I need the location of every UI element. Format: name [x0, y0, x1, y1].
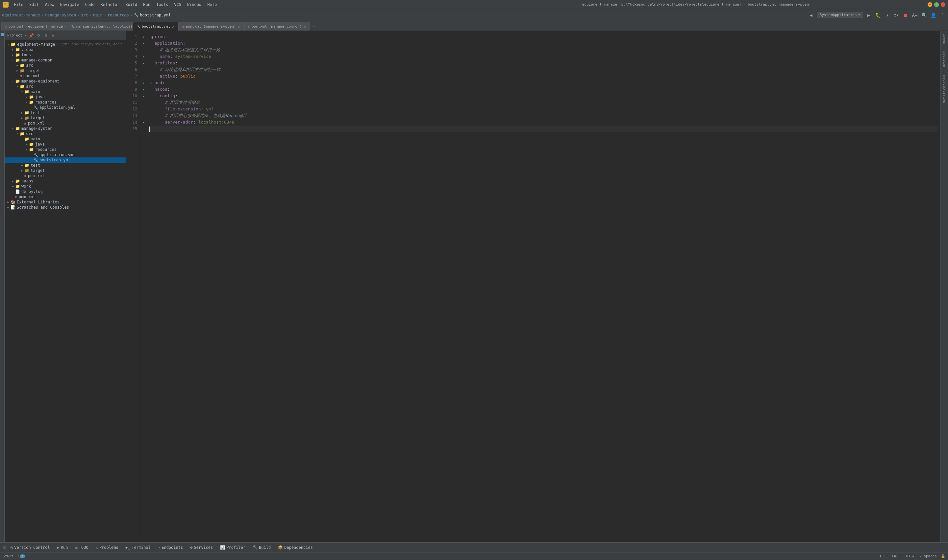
system-application-btn[interactable]: SystemApplication ▾: [817, 12, 863, 18]
collapse-icon[interactable]: ⊟: [43, 32, 49, 38]
maximize-button[interactable]: □: [934, 2, 939, 7]
tree-item-java-system[interactable]: ▶ 📁 java: [5, 142, 126, 147]
tree-item-manage-equipment[interactable]: ▾ 📁 manage-equipment: [5, 78, 126, 84]
tree-item-src-equipment[interactable]: ▾ 📁 src: [5, 84, 126, 89]
breadcrumb-manage-system[interactable]: manage-system: [45, 13, 76, 17]
fold-marker-4[interactable]: ▾: [140, 53, 147, 60]
tree-item-src-common[interactable]: ▶ 📁 src: [5, 63, 126, 68]
dependencies-btn[interactable]: 📦 Dependencies: [275, 544, 316, 551]
stop-icon[interactable]: ■: [902, 11, 909, 19]
git-icon[interactable]: 2: [939, 11, 946, 19]
problems-btn[interactable]: ⚠ Problems: [93, 544, 122, 551]
line-ending-status[interactable]: CRLF: [892, 554, 901, 558]
menu-refactor[interactable]: Refactor: [98, 2, 122, 8]
tree-item-pom-root[interactable]: ▶ m pom.xml: [5, 194, 126, 200]
fold-marker-14[interactable]: ▾: [140, 119, 147, 126]
tree-item-derby-log[interactable]: ▶ 📄 derby.log: [5, 189, 126, 194]
back-icon[interactable]: ◀: [807, 11, 815, 19]
tab-pom-equipment[interactable]: m pom.xml (equipment-manage) ✕: [1, 22, 67, 31]
tree-item-java-equipment[interactable]: ▶ 📁 java: [5, 94, 126, 100]
tree-item-scratches[interactable]: ▶ 📝 Scratches and Consoles: [5, 205, 126, 210]
tree-item-test-equipment[interactable]: ▶ 📁 test: [5, 110, 126, 115]
menu-navigate[interactable]: Navigate: [57, 2, 82, 8]
tree-item-src-system[interactable]: ▾ 📁 src: [5, 131, 126, 136]
tree-item-nacos[interactable]: ▶ 📁 nacos: [5, 178, 126, 184]
avatar-icon[interactable]: 👤: [929, 11, 937, 19]
services-btn[interactable]: ⚙ Services: [187, 544, 216, 551]
project-icon[interactable]: [1, 33, 4, 36]
fold-marker-5[interactable]: ▾: [140, 60, 147, 66]
tree-item-manage-system[interactable]: ▾ 📁 manage-system: [5, 126, 126, 131]
tab-more-btn[interactable]: ⋯: [311, 23, 317, 31]
tree-item-pom-system[interactable]: ▶ m pom.xml: [5, 173, 126, 178]
tab-pom-system-close[interactable]: ✕: [237, 24, 241, 29]
indent-status[interactable]: 2 spaces: [919, 554, 937, 558]
menu-code[interactable]: Code: [83, 2, 97, 8]
pin-tab-icon[interactable]: 📌: [29, 32, 34, 38]
tree-item-idea[interactable]: ▶ 📁 .idea: [5, 47, 126, 52]
tree-item-target-equipment[interactable]: ▶ 📁 target: [5, 115, 126, 121]
git-status[interactable]: ⎇ Git: [3, 554, 14, 558]
readonly-status[interactable]: 🔒: [941, 554, 945, 558]
tree-item-target-common[interactable]: ▶ 📁 target: [5, 68, 126, 73]
fold-marker-1[interactable]: ▾: [140, 34, 147, 40]
breadcrumb-resources[interactable]: resources: [108, 13, 129, 17]
tree-item-bootstrap[interactable]: ▶ 🔧 bootstrap.yml: [5, 157, 126, 163]
tree-item-equipment-manage[interactable]: ▾ 📁 equipment-manage D:\YhcResource\myPr…: [5, 42, 126, 47]
breadcrumb-main[interactable]: main: [93, 13, 103, 17]
encoding-status[interactable]: UTF-8: [905, 554, 916, 558]
tree-item-pom-equipment[interactable]: ▶ m pom.xml: [5, 121, 126, 126]
tab-bootstrap[interactable]: 🔧 bootstrap.yml ✕: [133, 22, 179, 31]
menu-file[interactable]: File: [11, 2, 26, 8]
minimize-button[interactable]: −: [928, 2, 932, 7]
menu-help[interactable]: Help: [205, 2, 219, 8]
fold-marker-10[interactable]: ▾: [140, 93, 147, 99]
tree-item-manage-common[interactable]: ▾ 📁 manage-common: [5, 57, 126, 63]
tree-item-pom-common[interactable]: ▶ m pom.xml: [5, 73, 126, 78]
version-control-btn[interactable]: ◎ Version Control: [7, 544, 53, 551]
tree-item-main-system[interactable]: ▾ 📁 main: [5, 136, 126, 142]
menu-tools[interactable]: Tools: [154, 2, 171, 8]
coverage-icon[interactable]: ⚡: [883, 11, 891, 19]
menu-view[interactable]: View: [42, 2, 57, 8]
tree-item-main-equipment[interactable]: ▾ 📁 main: [5, 89, 126, 94]
settings-dropdown-icon[interactable]: ⚙▾: [893, 11, 900, 19]
notifications-panel-tab[interactable]: Notifications: [942, 75, 946, 103]
menu-run[interactable]: Run: [141, 2, 153, 8]
tree-item-resources-equipment[interactable]: ▾ 📁 resources: [5, 100, 126, 105]
tree-item-logs[interactable]: ▶ 📁 logs: [5, 52, 126, 57]
tree-item-target-system[interactable]: ▶ 📁 target: [5, 168, 126, 173]
position-status[interactable]: 15:1: [879, 554, 888, 558]
maven-panel-tab[interactable]: Maven: [942, 34, 946, 45]
tab-pom-common[interactable]: m pom.xml (manage-common) ✕: [244, 22, 310, 31]
settings-icon[interactable]: ⚙: [50, 32, 56, 38]
tree-item-app-equipment[interactable]: ▶ 🔧 application.yml: [5, 105, 126, 110]
fold-marker-8[interactable]: ▾: [140, 80, 147, 86]
sync-icon[interactable]: ⟳: [36, 32, 42, 38]
terminal-btn[interactable]: ▶_ Terminal: [122, 544, 154, 551]
profiler-btn[interactable]: 📊 Profiler: [217, 544, 249, 551]
bookmarks-icon-small[interactable]: [3, 546, 6, 549]
tab-application[interactable]: 🔧 manage-system\...\application.yml ✕: [67, 22, 133, 31]
tree-item-resources-system[interactable]: ▾ 📁 resources: [5, 147, 126, 152]
tree-item-app-system[interactable]: ▶ 🔧 application.yml: [5, 152, 126, 157]
panel-dropdown-icon[interactable]: ▾: [24, 33, 27, 37]
breadcrumb-src[interactable]: src: [81, 13, 88, 17]
tab-pom-common-close[interactable]: ✕: [303, 24, 307, 29]
search-icon[interactable]: 🔍: [920, 11, 928, 19]
todo-btn[interactable]: ≡ TODO: [72, 544, 92, 551]
menu-window[interactable]: Window: [185, 2, 204, 8]
debug-icon[interactable]: 🐛: [874, 11, 882, 19]
menu-build[interactable]: Build: [123, 2, 140, 8]
language-icon[interactable]: A→: [911, 11, 919, 19]
tree-item-ext-libs[interactable]: ▶ 📚 External Libraries: [5, 200, 126, 205]
close-button[interactable]: ✕: [941, 2, 945, 7]
tab-bootstrap-close[interactable]: ✕: [171, 24, 175, 29]
fold-marker-9[interactable]: ▾: [140, 86, 147, 93]
tree-item-work[interactable]: ▶ 📁 work: [5, 184, 126, 189]
code-content[interactable]: spring: application: # 服务名称和配置文件保持一致 nam…: [147, 31, 940, 542]
tree-item-test-system[interactable]: ▶ 📁 test: [5, 163, 126, 168]
run-btn[interactable]: ▶ Run: [54, 544, 71, 551]
build-btn[interactable]: 🔨 Build: [249, 544, 274, 551]
tab-pom-system[interactable]: m pom.xml (manage-system) ✕: [179, 22, 244, 31]
